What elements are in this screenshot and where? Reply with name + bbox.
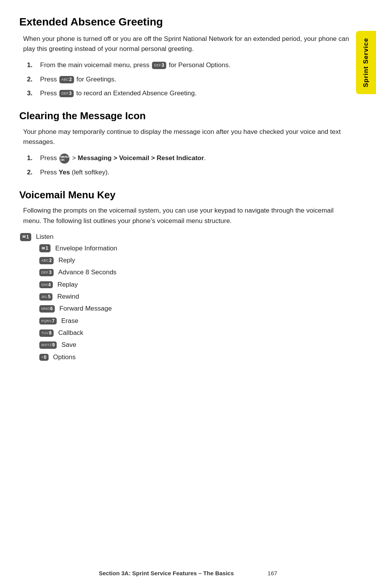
- section2-step-1: 1. Press MENUOK > Messaging > Voicemail …: [27, 153, 353, 164]
- key-ghi4-replay: GHI4: [39, 281, 53, 289]
- key-pqrs7-erase: PQRS7: [39, 318, 57, 325]
- section1-step-3: 3. Press DEF3 to record an Extended Abse…: [27, 88, 353, 98]
- section3-body: Following the prompts on the voicemail s…: [19, 206, 353, 226]
- footer-page-num: 167: [268, 570, 277, 576]
- key-tuv8-callback: TUV8: [39, 329, 54, 337]
- vm-item-callback: TUV8 Callback: [39, 328, 353, 338]
- side-tab-label: Sprint Service: [362, 38, 370, 87]
- vm-item-options: +0 Options: [39, 352, 353, 362]
- vm-item-rewind: JKL5 Rewind: [39, 292, 353, 302]
- vm-listen-label: Listen: [36, 233, 53, 241]
- vm-menu-section: ✉1 Listen ✉1 Envelope Information ABC2 R…: [19, 233, 353, 362]
- section1-steps: 1. From the main voicemail menu, press D…: [19, 60, 353, 98]
- key-wxyz9-save: WXYZ9: [39, 341, 57, 349]
- key-def3-step1: DEF3: [152, 62, 166, 69]
- key-env1-listen: ✉1: [20, 233, 31, 241]
- vm-item-advance: DEF3 Advance 8 Seconds: [39, 267, 353, 277]
- key-def3-step3: DEF3: [59, 90, 74, 97]
- key-abc2-reply: ABC2: [39, 257, 54, 264]
- vm-sub-list: ✉1 Envelope Information ABC2 Reply DEF3 …: [19, 243, 353, 362]
- section2-step-2: 2. Press Yes (left softkey).: [27, 167, 353, 177]
- key-plus0-options: +0: [39, 354, 49, 361]
- key-def3-advance: DEF3: [39, 269, 54, 276]
- vm-item-forward: MNO6 Forward Message: [39, 304, 353, 314]
- section3-title: Voicemail Menu Key: [19, 189, 353, 201]
- vm-item-replay: GHI4 Replay: [39, 280, 353, 290]
- key-jkl5-rewind: JKL5: [39, 293, 52, 301]
- page-footer: Section 3A: Sprint Service Features – Th…: [0, 570, 376, 576]
- vm-item-save: WXYZ9 Save: [39, 340, 353, 350]
- page-container: Sprint Service Extended Absence Greeting…: [0, 0, 376, 588]
- section2-steps: 1. Press MENUOK > Messaging > Voicemail …: [19, 153, 353, 177]
- section1-body: When your phone is turned off or you are…: [19, 34, 353, 54]
- section1-title: Extended Absence Greeting: [19, 15, 353, 29]
- vm-item-envelope: ✉1 Envelope Information: [39, 243, 353, 253]
- section2-title: Clearing the Message Icon: [19, 110, 353, 122]
- footer-section-label: Section 3A: Sprint Service Features – Th…: [99, 570, 234, 576]
- section1-step-1: 1. From the main voicemail menu, press D…: [27, 60, 353, 70]
- vm-item-erase: PQRS7 Erase: [39, 316, 353, 326]
- side-tab: Sprint Service: [356, 31, 376, 94]
- section2-body: Your phone may temporarily continue to d…: [19, 127, 353, 147]
- key-mno6-forward: MNO6: [39, 305, 55, 313]
- vm-item-reply: ABC2 Reply: [39, 255, 353, 265]
- menu-key-badge: MENUOK: [59, 154, 69, 164]
- section1-step-2: 2. Press ABC2 for Greetings.: [27, 74, 353, 84]
- key-abc2-step2: ABC2: [59, 76, 74, 83]
- key-env1-sub: ✉1: [39, 244, 51, 252]
- vm-top-item-listen: ✉1 Listen: [19, 233, 353, 241]
